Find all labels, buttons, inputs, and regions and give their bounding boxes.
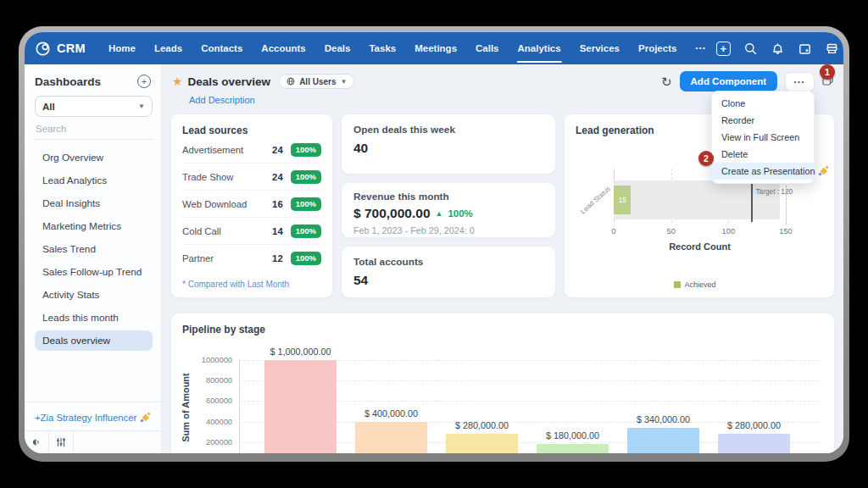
- zia-link-label: +Zia Strategy Influencer: [35, 413, 136, 423]
- pipeline-bar: [446, 434, 518, 453]
- annotation-badge-2: 2: [698, 151, 714, 166]
- nav-item-meetings[interactable]: Meetings: [405, 32, 466, 64]
- refresh-icon[interactable]: ↻: [661, 75, 672, 88]
- pipeline-by-stage-card: Pipeline by stage 2000004000006000008000…: [170, 313, 835, 453]
- sidebar-item-lead-analytics[interactable]: Lead Analytics: [35, 170, 153, 191]
- x-tick-label: 0: [611, 227, 615, 236]
- sidebar-item-sales-follow-up-trend[interactable]: Sales Follow-up Trend: [35, 262, 153, 282]
- add-dashboard-button[interactable]: +: [137, 75, 151, 88]
- lead-source-label: Advertisement: [182, 145, 272, 155]
- nav-overflow-button[interactable]: •••: [686, 32, 715, 64]
- annotation-badge-1: 1: [820, 64, 835, 80]
- legend-swatch: [673, 281, 680, 288]
- calendar-icon[interactable]: [797, 41, 812, 56]
- add-component-button[interactable]: Add Component: [680, 71, 777, 92]
- lead-sources-footnote: * Compared with Last Month: [182, 280, 289, 289]
- pipeline-bar: [264, 360, 337, 453]
- menu-item-view-in-full-screen[interactable]: View in Full Screen: [712, 129, 814, 146]
- total-accounts-value: 54: [353, 273, 543, 288]
- nav-item-analytics[interactable]: Analytics: [509, 32, 570, 64]
- x-tick-label: 50: [666, 227, 675, 236]
- sidebar-item-sales-trend[interactable]: Sales Trend: [35, 239, 153, 259]
- zia-strategy-influencer-link[interactable]: +Zia Strategy Influencer: [35, 413, 150, 423]
- dashboard-title: Deals overview: [188, 75, 271, 88]
- nav-item-projects[interactable]: Projects: [629, 32, 686, 64]
- sidebar-item-deal-insights[interactable]: Deal Insights: [35, 193, 153, 214]
- achieved-bar: 15: [614, 186, 631, 214]
- revenue-value: $ 700,000.00: [353, 206, 431, 221]
- nav-item-contacts[interactable]: Contacts: [192, 32, 252, 64]
- nav-item-services[interactable]: Services: [570, 32, 629, 64]
- pipeline-bar: [718, 434, 790, 453]
- nav-item-accounts[interactable]: Accounts: [252, 32, 314, 64]
- menu-item-delete[interactable]: Delete: [712, 146, 814, 163]
- more-options-button[interactable]: •••: [785, 72, 815, 92]
- create-plus-icon[interactable]: +: [715, 41, 731, 56]
- dashboard-list: Org OverviewLead AnalyticsDeal InsightsM…: [35, 147, 153, 351]
- lead-source-label: Web Download: [182, 199, 272, 209]
- lead-source-change-badge: 100%: [291, 225, 321, 238]
- nav-item-home[interactable]: Home: [99, 32, 145, 64]
- nav-item-calls[interactable]: Calls: [466, 32, 509, 64]
- search-icon[interactable]: [743, 41, 758, 56]
- lead-source-change-badge: 100%: [291, 197, 321, 211]
- lead-source-change-badge: 100%: [291, 252, 321, 265]
- sidebar-item-leads-this-month[interactable]: Leads this month: [35, 308, 153, 328]
- bar-value-label: $ 280,000.00: [455, 420, 509, 430]
- dashboard-filter-select[interactable]: All ▼: [35, 96, 153, 117]
- y-axis-title: Lead Status: [578, 184, 612, 215]
- marketplace-icon[interactable]: [824, 41, 839, 56]
- menu-item-label: View in Full Screen: [721, 132, 799, 142]
- nav-item-tasks[interactable]: Tasks: [359, 32, 405, 64]
- menu-item-create-as-presentation[interactable]: Create as Presentation: [712, 163, 814, 180]
- kpi-column: Open deals this week 40 Revenue this mon…: [341, 114, 556, 298]
- lead-source-row: Partner12100%: [182, 245, 321, 271]
- lead-source-label: Partner: [182, 253, 272, 263]
- menu-item-reorder[interactable]: Reorder: [712, 112, 814, 129]
- nav-item-deals[interactable]: Deals: [315, 32, 360, 64]
- lead-source-label: Trade Show: [182, 172, 272, 182]
- sidebar-item-marketing-metrics[interactable]: Marketing Metrics: [35, 216, 153, 236]
- chart-legend: Achieved: [673, 280, 715, 289]
- nav-item-leads[interactable]: Leads: [145, 32, 192, 64]
- lead-sources-card: Lead sources Advertisement24100%Trade Sh…: [170, 114, 333, 298]
- scope-value: All Users: [299, 77, 336, 86]
- bar-value-label: $ 340,000.00: [637, 414, 690, 424]
- bar-value-label: $ 180,000.00: [546, 430, 599, 441]
- top-navigation: CRM HomeLeadsContactsAccountsDealsTasksM…: [25, 32, 843, 64]
- sidebar-item-org-overview[interactable]: Org Overview: [35, 147, 153, 168]
- total-accounts-title: Total accounts: [353, 256, 543, 268]
- lead-source-change-badge: 100%: [291, 143, 321, 157]
- pipeline-bar: [537, 444, 609, 453]
- revenue-change: 100%: [448, 208, 472, 219]
- crm-logo[interactable]: CRM: [35, 41, 86, 57]
- nav-items: HomeLeadsContactsAccountsDealsTasksMeeti…: [99, 32, 715, 64]
- sparkle-icon: [818, 166, 828, 176]
- menu-item-label: Create as Presentation: [721, 166, 815, 176]
- all-users-dropdown[interactable]: All Users ▼: [279, 74, 354, 89]
- add-description-link[interactable]: Add Description: [189, 95, 255, 105]
- favorite-star-icon[interactable]: ★: [172, 75, 183, 88]
- chevron-down-icon: ▼: [340, 78, 347, 86]
- pipeline-bar: [355, 422, 427, 454]
- lead-sources-title: Lead sources: [182, 125, 321, 136]
- sliders-settings-icon[interactable]: [49, 431, 74, 453]
- search-input[interactable]: [35, 117, 153, 140]
- stage: CRM HomeLeadsContactsAccountsDealsTasksM…: [0, 0, 868, 488]
- x-tick-label: 150: [779, 227, 793, 236]
- y-axis-title: Sum of Amount: [181, 373, 191, 441]
- revenue-period: Feb 1, 2023 - Feb 29, 2024: 0: [353, 225, 543, 236]
- dashed-line-150: [786, 177, 787, 225]
- sidebar-item-activity-stats[interactable]: Activity Stats: [35, 285, 153, 305]
- menu-item-clone[interactable]: Clone: [712, 95, 814, 112]
- lead-source-row: Trade Show24100%: [182, 164, 321, 191]
- lead-source-count: 12: [272, 253, 283, 263]
- announcement-speaker-icon[interactable]: [25, 431, 49, 453]
- globe-icon: [287, 77, 295, 86]
- menu-item-label: Clone: [721, 98, 745, 108]
- zoho-rings-icon: [35, 41, 51, 57]
- bell-icon[interactable]: [770, 41, 785, 56]
- sidebar-item-deals-overview[interactable]: Deals overview: [35, 330, 153, 351]
- context-menu: CloneReorderView in Full ScreenDeleteCre…: [711, 91, 815, 184]
- bar-value-label: $ 280,000.00: [727, 420, 781, 430]
